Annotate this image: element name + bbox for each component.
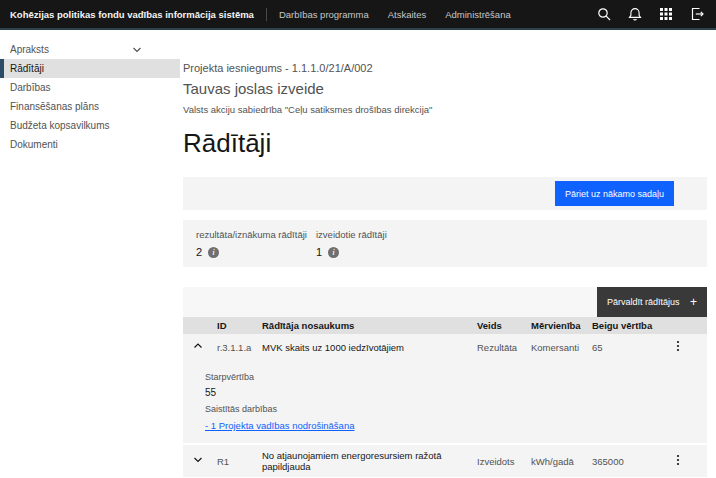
indicators-table: ID Rādītāja nosaukums Veids Mērvienība B…: [183, 317, 707, 477]
interim-value-label: Starpvērtība: [205, 372, 707, 382]
manage-indicators-label: Pārvaldīt rādītājus: [607, 297, 680, 307]
cell-name: No atjaunojamiem energoresursiem ražotā …: [258, 445, 473, 477]
stat-label: rezultāta/iznākuma rādītāji: [196, 229, 316, 240]
table-row: R1 No atjaunojamiem energoresursiem ražo…: [183, 445, 707, 477]
sidebar-item-label: Apraksts: [10, 44, 49, 55]
chevron-down-icon[interactable]: [193, 455, 203, 465]
nav-item-administresana[interactable]: Administrēšana: [445, 9, 510, 20]
indicators-section: Pārvaldīt rādītājus + ID Rādītāja nosauk…: [183, 287, 707, 477]
sidebar-item-dokumenti[interactable]: Dokumenti: [0, 135, 180, 154]
col-id: ID: [213, 317, 258, 334]
nav-item-atskaites[interactable]: Atskaites: [388, 9, 427, 20]
col-name: Rādītāja nosaukums: [258, 317, 473, 334]
navbar-icons: [597, 7, 704, 21]
cell-unit: Komersanti: [527, 334, 588, 360]
overflow-menu-icon[interactable]: [672, 339, 684, 353]
breadcrumb: Projekta iesniegums - 1.1.1.0/21/A/002: [183, 62, 707, 74]
stat-value: 2: [196, 246, 202, 258]
cell-type: Rezultāta: [473, 334, 527, 360]
info-icon[interactable]: i: [208, 247, 219, 258]
organization-name: Valsts akciju sabiedrība "Ceļu satiksmes…: [183, 104, 707, 115]
sidebar-item-raditaji[interactable]: Rādītāji: [0, 59, 180, 78]
app-switcher-icon[interactable]: [659, 7, 673, 21]
sidebar-item-label: Finansēšanas plāns: [10, 101, 99, 112]
navbar-menu: Darbības programma Atskaites Administrēš…: [279, 9, 511, 20]
table-toolbar: Pārvaldīt rādītājus +: [183, 287, 707, 317]
stat-created-indicators: izveidotie rādītāji 1 i: [316, 229, 387, 258]
sidebar-item-budzeta-kopsavilkums[interactable]: Budžeta kopsavilkums: [0, 116, 180, 135]
sidebar-item-apraksts[interactable]: Apraksts: [0, 40, 180, 59]
stat-result-indicators: rezultāta/iznākuma rādītāji 2 i: [196, 229, 316, 258]
sidebar-item-label: Darbības: [10, 82, 51, 93]
sidebar-item-darbibas[interactable]: Darbības: [0, 78, 180, 97]
sidebar-item-finansesanas-plans[interactable]: Finansēšanas plāns: [0, 97, 180, 116]
cell-final-value: 65: [588, 334, 668, 360]
sidebar: Apraksts Rādītāji Darbības Finansēšanas …: [0, 30, 180, 154]
col-actions: [668, 317, 707, 334]
nav-item-darbibas-programma[interactable]: Darbības programma: [279, 9, 369, 20]
search-icon[interactable]: [597, 7, 611, 21]
app-title: Kohēzijas politikas fondu vadības inform…: [10, 9, 254, 20]
notifications-icon[interactable]: [628, 7, 642, 21]
col-unit: Mērvienība: [527, 317, 588, 334]
navbar-divider: [266, 8, 267, 21]
stat-label: izveidotie rādītāji: [316, 229, 387, 240]
action-panel: Pāriet uz nākamo sadaļu: [183, 177, 707, 210]
overflow-menu-icon[interactable]: [672, 453, 684, 467]
manage-indicators-button[interactable]: Pārvaldīt rādītājus +: [597, 287, 707, 317]
sidebar-item-label: Rādītāji: [10, 63, 44, 74]
table-row: r.3.1.1.a MVK skaits uz 1000 iedzīvotāji…: [183, 334, 707, 360]
related-action-link[interactable]: - 1 Projekta vadības nodrošināšana: [205, 420, 354, 431]
next-section-button[interactable]: Pāriet uz nākamo sadaļu: [555, 181, 674, 206]
cell-id: r.3.1.1.a: [213, 334, 258, 360]
table-header-row: ID Rādītāja nosaukums Veids Mērvienība B…: [183, 317, 707, 334]
chevron-down-icon: [132, 45, 142, 55]
cell-final-value: 365000: [588, 445, 668, 477]
main-content: Projekta iesniegums - 1.1.1.0/21/A/002 T…: [180, 30, 716, 477]
col-type: Veids: [473, 317, 527, 334]
stat-value: 1: [316, 246, 322, 258]
sidebar-item-label: Dokumenti: [10, 139, 58, 150]
cell-name: MVK skaits uz 1000 iedzīvotājiem: [258, 334, 473, 360]
info-icon[interactable]: i: [328, 247, 339, 258]
col-final-value: Beigu vērtība: [588, 317, 668, 334]
project-title: Tauvas joslas izveide: [183, 80, 707, 97]
table-row-details: Starpvērtība 55 Saistītās darbības - 1 P…: [183, 360, 707, 443]
cell-unit: kWh/gadā: [527, 445, 588, 477]
related-actions-label: Saistītās darbības: [205, 404, 707, 414]
interim-value: 55: [205, 387, 707, 398]
chevron-up-icon[interactable]: [193, 341, 203, 351]
col-expand: [183, 317, 213, 334]
cell-id: R1: [213, 445, 258, 477]
top-navbar: Kohēzijas politikas fondu vadības inform…: [0, 0, 716, 28]
cell-type: Izveidots: [473, 445, 527, 477]
logout-icon[interactable]: [690, 7, 704, 21]
stats-panel: rezultāta/iznākuma rādītāji 2 i izveidot…: [183, 220, 707, 267]
sidebar-item-label: Budžeta kopsavilkums: [10, 120, 110, 131]
plus-icon: +: [690, 297, 697, 307]
page-title: Rādītāji: [183, 127, 707, 159]
